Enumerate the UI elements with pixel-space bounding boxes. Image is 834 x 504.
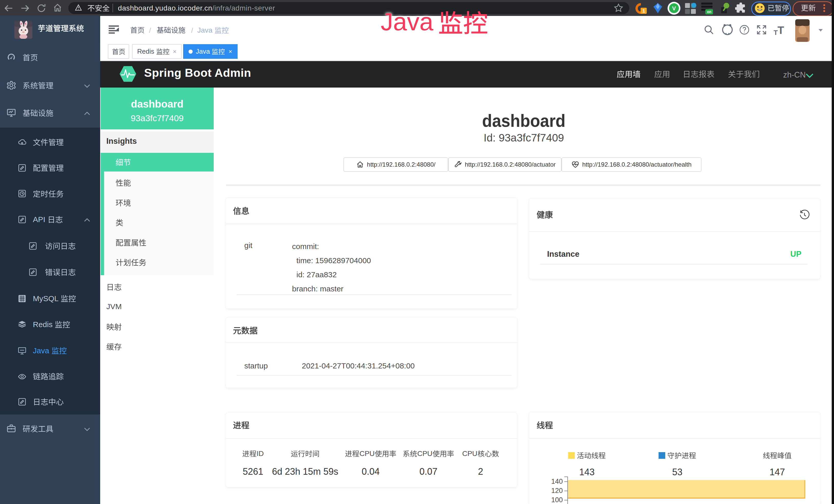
svg-text:T: T — [774, 29, 778, 36]
svg-text:on: on — [707, 10, 711, 14]
svg-text:V: V — [672, 5, 676, 12]
svg-text:1: 1 — [642, 8, 645, 14]
svg-text:T: T — [777, 25, 784, 36]
